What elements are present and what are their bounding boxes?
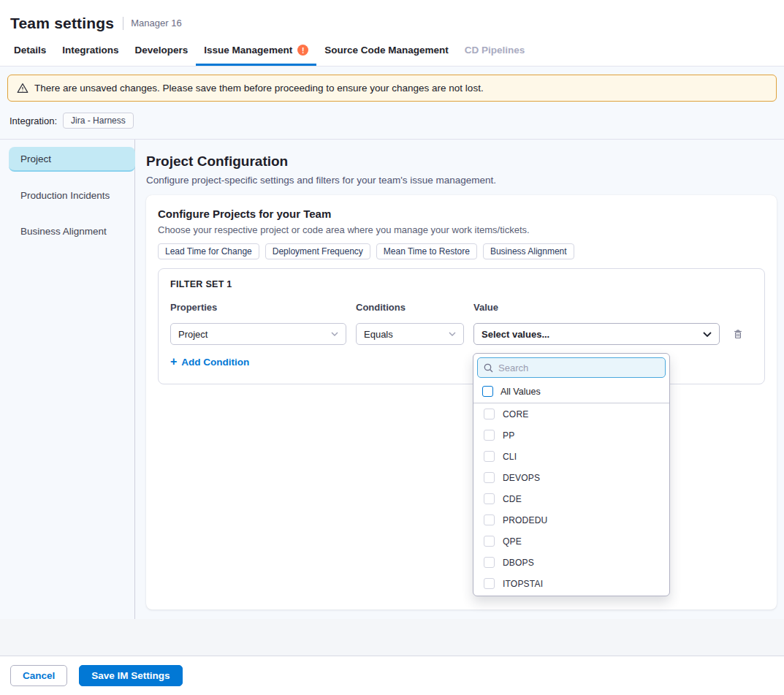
tab-integrations[interactable]: Integrations: [54, 37, 126, 66]
option-qpe[interactable]: QPE: [473, 531, 669, 552]
save-im-settings-button[interactable]: Save IM Settings: [79, 665, 182, 686]
option-label: DEVOPS: [503, 473, 540, 483]
unsaved-alert-badge: !: [297, 45, 308, 56]
option-checkbox[interactable]: [484, 493, 495, 504]
add-condition-label: Add Condition: [181, 357, 249, 368]
option-label: QPE: [503, 536, 522, 547]
tab-issue-management-label: Issue Management: [204, 45, 292, 56]
value-dropdown-panel: All Values CORE PP: [473, 353, 670, 596]
option-label: ITOPSTAI: [503, 579, 543, 589]
settings-body: Project Production Incidents Business Al…: [0, 139, 784, 619]
all-values-label: All Values: [501, 387, 541, 397]
cancel-button[interactable]: Cancel: [10, 665, 67, 686]
option-label: CDE: [503, 494, 522, 504]
property-select-value: Project: [178, 329, 208, 340]
chip-mean-time-to-restore: Mean Time to Restore: [376, 243, 477, 259]
option-checkbox[interactable]: [484, 430, 495, 441]
value-select[interactable]: Select values...: [473, 323, 720, 345]
search-icon: [484, 363, 493, 373]
option-dbops[interactable]: DBOPS: [473, 552, 669, 573]
card-title: Configure Projects for your Team: [158, 208, 765, 220]
tab-bar: Details Integrations Developers Issue Ma…: [0, 37, 784, 67]
option-itopstai[interactable]: ITOPSTAI: [473, 573, 669, 594]
chevron-down-icon: [703, 332, 712, 337]
sidebar-item-project[interactable]: Project: [9, 147, 135, 172]
sidebar-item-project-label: Project: [20, 153, 51, 164]
option-label: CORE: [503, 409, 528, 419]
content-area: There are unsaved changes. Please save t…: [0, 67, 784, 656]
section-title: Project Configuration: [146, 153, 777, 170]
page-header: Team settings Manager 16: [0, 0, 784, 37]
dropdown-search-input[interactable]: [498, 362, 659, 373]
option-cli[interactable]: CLI: [473, 446, 669, 467]
option-devops[interactable]: DEVOPS: [473, 467, 669, 488]
chevron-down-icon: [449, 332, 456, 336]
option-checkbox[interactable]: [484, 514, 495, 525]
footer-action-bar: Cancel Save IM Settings: [0, 656, 784, 695]
sidebar-item-business-alignment-label: Business Alignment: [20, 226, 107, 237]
sidebar-item-production-incidents[interactable]: Production Incidents: [9, 183, 135, 208]
tab-issue-management[interactable]: Issue Management !: [196, 37, 316, 66]
delete-condition-button[interactable]: [729, 325, 747, 343]
warning-icon: [17, 83, 28, 94]
plus-icon: +: [170, 356, 177, 368]
title-separator: [123, 17, 123, 30]
option-checkbox[interactable]: [484, 472, 495, 483]
integration-row: Integration: Jira - Harness: [9, 113, 777, 129]
option-checkbox[interactable]: [484, 578, 495, 589]
tab-source-code-management[interactable]: Source Code Management: [316, 37, 457, 66]
option-pp[interactable]: PP: [473, 425, 669, 446]
unsaved-changes-banner: There are unsaved changes. Please save t…: [7, 75, 777, 102]
filter-set-1: FILTER SET 1 Properties Conditions Value…: [158, 268, 765, 384]
chevron-down-icon: [331, 332, 338, 336]
option-checkbox[interactable]: [484, 409, 495, 419]
dropdown-search-wrap: [473, 354, 669, 381]
option-checkbox[interactable]: [484, 557, 495, 568]
properties-column-header: Properties: [170, 302, 346, 313]
page-title: Team settings: [10, 15, 114, 32]
option-core[interactable]: CORE: [473, 403, 669, 425]
option-prodedu[interactable]: PRODEDU: [473, 509, 669, 531]
configure-projects-card: Configure Projects for your Team Choose …: [146, 195, 777, 609]
tab-details[interactable]: Details: [6, 37, 54, 66]
condition-select-value: Equals: [364, 329, 393, 340]
add-condition-button[interactable]: + Add Condition: [170, 356, 249, 368]
card-description: Choose your respective project or code a…: [158, 224, 765, 235]
option-cde[interactable]: CDE: [473, 488, 669, 509]
tab-source-code-management-label: Source Code Management: [324, 45, 449, 56]
filter-grid: Properties Conditions Value Project: [170, 302, 753, 345]
sidebar: Project Production Incidents Business Al…: [0, 140, 135, 619]
sidebar-item-production-incidents-label: Production Incidents: [20, 190, 110, 201]
value-column-header: Value: [473, 302, 720, 313]
chip-deployment-frequency: Deployment Frequency: [265, 243, 370, 259]
option-pipe[interactable]: PIPE: [473, 594, 669, 596]
tab-developers[interactable]: Developers: [127, 37, 197, 66]
option-label: DBOPS: [503, 558, 534, 568]
all-values-checkbox[interactable]: [482, 386, 493, 397]
tab-cd-pipelines-label: CD Pipelines: [465, 45, 525, 56]
tab-details-label: Details: [14, 45, 46, 56]
section-description: Configure project-specific settings and …: [146, 175, 777, 186]
sidebar-item-business-alignment[interactable]: Business Alignment: [9, 219, 135, 243]
condition-select[interactable]: Equals: [356, 323, 464, 345]
value-select-wrap: Select values...: [473, 323, 720, 345]
tab-developers-label: Developers: [135, 45, 189, 56]
filter-set-title: FILTER SET 1: [170, 279, 753, 289]
dropdown-search-box: [477, 357, 666, 378]
main-panel: Project Configuration Configure project-…: [135, 140, 784, 619]
conditions-column-header: Conditions: [356, 302, 464, 313]
lower-band: [0, 619, 784, 656]
integration-chip: Jira - Harness: [63, 113, 134, 129]
chip-lead-time-for-change: Lead Time for Change: [158, 243, 259, 259]
team-name-label: Manager 16: [131, 18, 181, 29]
all-values-option[interactable]: All Values: [473, 381, 669, 401]
option-checkbox[interactable]: [484, 536, 495, 547]
banner-text: There are unsaved changes. Please save t…: [34, 83, 484, 94]
property-select[interactable]: Project: [170, 323, 346, 345]
option-checkbox[interactable]: [484, 451, 495, 462]
value-select-placeholder: Select values...: [482, 329, 549, 340]
option-label: PP: [503, 430, 514, 441]
content-top: There are unsaved changes. Please save t…: [0, 67, 784, 139]
tab-cd-pipelines: CD Pipelines: [457, 37, 533, 66]
integration-label: Integration:: [9, 115, 57, 126]
